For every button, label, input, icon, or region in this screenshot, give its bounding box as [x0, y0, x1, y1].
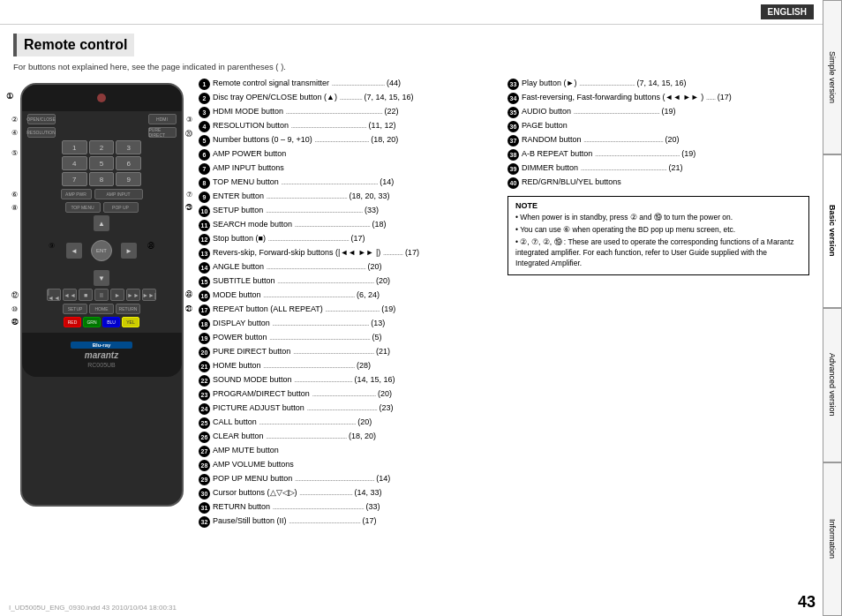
main-content: Remote control For buttons not explained…	[0, 25, 823, 598]
desc-item-2: 2 Disc tray OPEN/CLOSE button (▲) ......…	[199, 93, 500, 104]
desc-item-4: 4 RESOLUTION button ....................…	[199, 121, 500, 132]
brand-logo: marantz	[85, 350, 118, 360]
desc-item-18: 18 DISPLAY button ......................…	[199, 319, 500, 330]
desc-item-13: 13 Revers-skip, Forward-skip buttons (|◄…	[199, 248, 500, 259]
desc-item-11: 11 SEARCH mode button ..................…	[199, 220, 500, 231]
tab-simple[interactable]: Simple version	[823, 0, 842, 154]
remote-column: ① ② OPEN/CLOSE HDMI ③ ④ RESOLUTION PURE …	[13, 79, 190, 582]
descriptions-column: 1 Remote control signal transmitter ....…	[199, 79, 809, 582]
desc-item-29: 29 POP UP MENU button ..................…	[199, 474, 500, 485]
desc-item-3: 3 HDMI MODE button .....................…	[199, 107, 500, 118]
note-title: NOTE	[515, 201, 801, 210]
desc-item-30: 30 Cursor buttons (△▽◁▷) ...............…	[199, 488, 500, 500]
right-descriptions: 33 Play button (►) .....................…	[507, 79, 809, 582]
desc-item-31: 31 RETURN button .......................…	[199, 502, 500, 514]
desc-item-32: 32 Pause/Still button (II) .............…	[199, 516, 500, 528]
desc-item-21: 21 HOME button .........................…	[199, 361, 500, 372]
note-item-1: • When power is in standby, press ② and …	[515, 213, 801, 223]
desc-item-16: 16 MODE button .........................…	[199, 290, 500, 302]
page-title-box: Remote control	[13, 34, 134, 56]
tab-information[interactable]: Information	[823, 462, 842, 617]
content-columns: ① ② OPEN/CLOSE HDMI ③ ④ RESOLUTION PURE …	[13, 79, 809, 582]
note-box: NOTE • When power is in standby, press ②…	[507, 196, 809, 275]
desc-item-19: 19 POWER button ........................…	[199, 333, 500, 344]
desc-item-8: 8 TOP MENU button ......................…	[199, 177, 500, 189]
desc-item-7: 7 AMP INPUT buttons	[199, 163, 500, 175]
language-badge: ENGLISH	[761, 4, 814, 19]
desc-item-40: 40 RED/GRN/BLU/YEL buttons	[507, 177, 809, 189]
remote-image: ① ② OPEN/CLOSE HDMI ③ ④ RESOLUTION PURE …	[20, 83, 184, 507]
desc-item-15: 15 SUBTITLE button .....................…	[199, 276, 500, 288]
left-descriptions: 1 Remote control signal transmitter ....…	[199, 79, 500, 582]
tab-advanced[interactable]: Advanced version	[823, 308, 842, 462]
desc-item-36: 36 PAGE button	[507, 121, 809, 132]
tab-basic[interactable]: Basic version	[823, 154, 842, 309]
desc-item-10: 10 SETUP button ........................…	[199, 206, 500, 217]
model-number: RC005UB	[87, 362, 116, 368]
top-bar: ENGLISH	[0, 0, 823, 25]
desc-item-34: 34 Fast-reversing, Fast-forwarding butto…	[507, 93, 809, 104]
desc-item-38: 38 A-B REPEAT button ...................…	[507, 149, 809, 161]
desc-item-27: 27 AMP MUTE button	[199, 446, 500, 457]
desc-item-12: 12 Stop button (■) .....................…	[199, 234, 500, 245]
desc-item-26: 26 CLEAR button ........................…	[199, 432, 500, 443]
note-item-2: • You can use ⑥ when operating the BD po…	[515, 225, 801, 236]
desc-item-6: 6 AMP POWER button	[199, 149, 500, 161]
desc-item-20: 20 PURE DIRECT button ..................…	[199, 347, 500, 358]
desc-item-22: 22 SOUND MODE button ...................…	[199, 375, 500, 387]
desc-item-35: 35 AUDIO button ........................…	[507, 107, 809, 118]
desc-item-9: 9 ENTER button .........................…	[199, 192, 500, 203]
desc-item-33: 33 Play button (►) .....................…	[507, 79, 809, 90]
desc-item-5: 5 Number buttons (0 – 9, +10) ..........…	[199, 135, 500, 146]
desc-item-14: 14 ANGLE button ........................…	[199, 262, 500, 274]
desc-item-39: 39 DIMMER button .......................…	[507, 163, 809, 175]
page-number: 43	[798, 593, 816, 612]
desc-item-25: 25 CALL button .........................…	[199, 417, 500, 429]
desc-item-17: 17 REPEAT button (ALL REPEAT) ..........…	[199, 304, 500, 316]
desc-item-23: 23 PROGRAM/DIRECT button ...............…	[199, 389, 500, 401]
remote-bottom: Blu-ray marantz RC005UB	[22, 333, 182, 377]
page-title: Remote control	[24, 37, 127, 53]
side-tabs: Simple version Basic version Advanced ve…	[823, 0, 842, 616]
note-item-3: • ②, ⑦, ②, ⑲ : These are used to operate…	[515, 237, 801, 269]
desc-item-28: 28 AMP VOLUME buttons	[199, 460, 500, 471]
desc-item-1: 1 Remote control signal transmitter ....…	[199, 79, 500, 90]
print-info: I_UD5005U_ENG_0930.indd 43 2010/10/04 18…	[9, 604, 177, 612]
print-file: I_UD5005U_ENG_0930.indd 43	[9, 604, 109, 612]
desc-item-37: 37 RANDOM button .......................…	[507, 135, 809, 146]
print-date: 2010/10/04 18:00:31	[112, 604, 177, 612]
subtitle: For buttons not explained here, see the …	[13, 62, 809, 71]
desc-item-24: 24 PICTURE ADJUST button ...............…	[199, 403, 500, 415]
